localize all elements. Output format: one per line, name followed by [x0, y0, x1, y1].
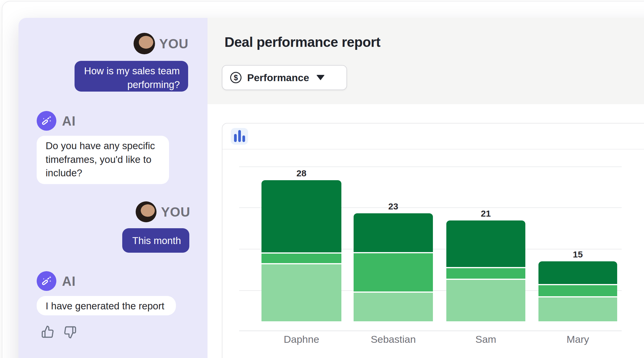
main-card: YOU How is my sales team performing? AI	[18, 18, 644, 358]
ai-name-label: AI	[62, 114, 76, 129]
chart-gridline	[239, 166, 622, 167]
segment-bottom	[538, 296, 617, 321]
user-message-bubble: How is my sales team performing?	[75, 61, 188, 92]
thumbs-down-icon[interactable]	[64, 326, 77, 339]
ai-avatar-badge	[37, 111, 56, 131]
segment-middle	[446, 267, 525, 279]
chat-panel: YOU How is my sales team performing? AI	[18, 18, 208, 358]
chart-card: 28Daphne23Sebastian21Sam15Mary	[222, 123, 644, 358]
bar-value-label: 15	[538, 249, 617, 260]
bar-value-label: 21	[446, 209, 525, 219]
segment-middle	[261, 252, 341, 263]
bar-mary	[538, 261, 617, 321]
segment-middle	[538, 284, 617, 296]
bar-category-label: Sebastian	[342, 334, 445, 345]
bar-daphne	[261, 180, 341, 321]
segment-top	[354, 213, 433, 252]
bar-sebastian	[354, 213, 433, 321]
segment-top	[261, 180, 341, 252]
bar-category-label: Daphne	[250, 334, 353, 345]
segment-bottom	[354, 291, 433, 321]
app-screenshot: YOU How is my sales team performing? AI	[0, 0, 644, 358]
bar-category-label: Sam	[434, 334, 537, 345]
page-title: Deal performance report	[225, 34, 380, 50]
segment-bottom	[261, 263, 341, 321]
dollar-circle-icon: $	[230, 72, 242, 83]
ai-message-bubble: Do you have any specific timeframes, you…	[37, 136, 169, 184]
bar-chart-icon	[231, 128, 248, 145]
segment-top	[446, 220, 525, 267]
bar-category-label: Mary	[527, 334, 629, 345]
thumbs-up-icon[interactable]	[41, 325, 54, 338]
segment-top	[538, 261, 617, 284]
performance-dropdown-label: Performance	[247, 72, 309, 84]
segment-middle	[354, 252, 433, 291]
user-message-bubble: This month	[122, 228, 189, 253]
chart-x-axis-line	[239, 331, 622, 331]
magic-wand-icon	[41, 115, 52, 127]
bar-value-label: 28	[261, 168, 341, 178]
ai-name-label: AI	[62, 274, 76, 289]
user-name-label: YOU	[161, 205, 190, 220]
card-divider	[222, 149, 644, 149]
ai-message-bubble: I have generated the report	[37, 296, 176, 315]
bar-sam	[446, 220, 525, 321]
magic-wand-icon	[41, 275, 52, 287]
user-avatar	[134, 33, 155, 54]
report-header	[208, 18, 644, 104]
performance-dropdown-button[interactable]: $ Performance	[222, 65, 347, 90]
chevron-down-icon	[316, 75, 325, 80]
segment-bottom	[446, 279, 525, 321]
bar-value-label: 23	[354, 201, 433, 212]
ai-avatar-badge	[37, 271, 56, 291]
user-name-label: YOU	[159, 36, 188, 51]
user-avatar	[136, 201, 157, 222]
